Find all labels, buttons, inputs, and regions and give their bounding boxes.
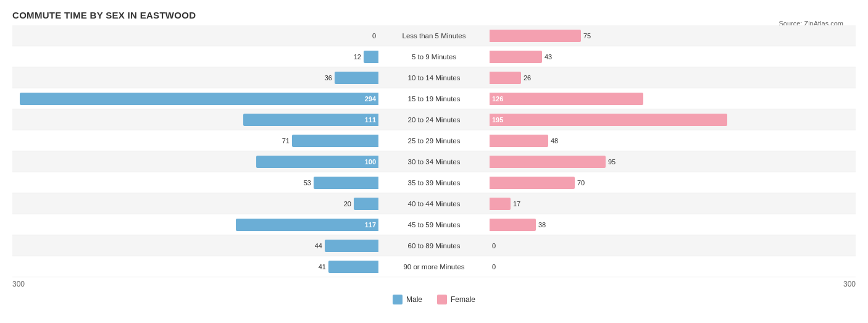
row-label: 5 to 9 Minutes <box>378 53 490 61</box>
chart-row: 53 35 to 39 Minutes 70 <box>12 172 856 193</box>
legend-male-box <box>393 295 403 304</box>
left-side: 41 <box>12 256 378 277</box>
val-female: 0 <box>492 242 496 250</box>
val-female: 95 <box>608 158 616 166</box>
val-male: 117 <box>365 221 376 229</box>
chart-row: 111 20 to 24 Minutes 195 <box>12 109 856 130</box>
bar-container: 41 90 or more Minutes 0 <box>12 256 856 277</box>
val-male: 71 <box>282 137 290 145</box>
bar-container: 100 30 to 34 Minutes 95 <box>12 151 856 172</box>
bar-container: 20 40 to 44 Minutes 17 <box>12 193 856 214</box>
bar-container: 53 35 to 39 Minutes 70 <box>12 172 856 193</box>
val-male: 111 <box>365 116 376 124</box>
bar-container: 117 45 to 59 Minutes 38 <box>12 214 856 235</box>
bar-female <box>490 177 575 189</box>
bar-male <box>354 198 378 210</box>
left-side: 0 <box>12 25 378 46</box>
row-label: 15 to 19 Minutes <box>378 95 490 103</box>
row-label: 35 to 39 Minutes <box>378 179 490 187</box>
legend-female-box <box>437 295 447 304</box>
val-male: 0 <box>372 32 376 40</box>
legend-female: Female <box>437 295 475 304</box>
left-side: 71 <box>12 130 378 151</box>
bar-container: 71 25 to 29 Minutes 48 <box>12 130 856 151</box>
bar-female <box>490 156 606 168</box>
bar-male <box>335 72 378 84</box>
bar-container: 294 15 to 19 Minutes 126 <box>12 88 856 109</box>
chart-row: 41 90 or more Minutes 0 <box>12 256 856 277</box>
left-side: 12 <box>12 46 378 67</box>
val-female: 0 <box>492 263 496 271</box>
chart-row: 0 Less than 5 Minutes 75 <box>12 25 856 46</box>
val-male: 12 <box>354 53 361 61</box>
val-male: 41 <box>319 263 326 271</box>
val-female: 17 <box>513 200 520 208</box>
bar-container: 36 10 to 14 Minutes 26 <box>12 67 856 88</box>
val-male: 294 <box>365 95 376 103</box>
bar-male <box>292 135 378 147</box>
chart-row: 117 45 to 59 Minutes 38 <box>12 214 856 235</box>
bar-male <box>243 114 378 126</box>
right-side: 195 <box>490 109 856 130</box>
axis-right: 300 <box>843 280 856 288</box>
bar-female <box>490 219 536 231</box>
right-side: 95 <box>490 151 856 172</box>
axis-left: 300 <box>12 280 25 288</box>
val-female: 48 <box>551 137 558 145</box>
bar-male <box>236 219 378 231</box>
left-side: 117 <box>12 214 378 235</box>
row-label: 20 to 24 Minutes <box>378 116 490 124</box>
right-side: 43 <box>490 46 856 67</box>
bar-female <box>490 135 548 147</box>
bar-container: 111 20 to 24 Minutes 195 <box>12 109 856 130</box>
val-female: 195 <box>492 116 503 124</box>
row-label: 45 to 59 Minutes <box>378 221 490 229</box>
row-label: 40 to 44 Minutes <box>378 200 490 208</box>
row-label: 60 to 89 Minutes <box>378 242 490 250</box>
right-side: 38 <box>490 214 856 235</box>
right-side: 48 <box>490 130 856 151</box>
bar-male <box>314 177 378 189</box>
legend-female-label: Female <box>451 295 475 304</box>
right-side: 75 <box>490 25 856 46</box>
chart-row: 36 10 to 14 Minutes 26 <box>12 67 856 88</box>
val-male: 20 <box>344 200 351 208</box>
val-female: 126 <box>492 95 503 103</box>
row-label: Less than 5 Minutes <box>378 32 490 40</box>
row-label: 90 or more Minutes <box>378 263 490 271</box>
left-side: 100 <box>12 151 378 172</box>
bar-female <box>490 93 643 105</box>
val-female: 43 <box>545 53 552 61</box>
chart-row: 294 15 to 19 Minutes 126 <box>12 88 856 109</box>
right-side: 0 <box>490 235 856 256</box>
right-side: 70 <box>490 172 856 193</box>
val-female: 75 <box>583 32 591 40</box>
chart-area: 0 Less than 5 Minutes 75 12 5 to 9 Minut… <box>12 25 856 288</box>
bar-male <box>256 156 378 168</box>
bar-female <box>490 51 542 63</box>
chart-row: 100 30 to 34 Minutes 95 <box>12 151 856 172</box>
left-side: 53 <box>12 172 378 193</box>
left-side: 294 <box>12 88 378 109</box>
bar-male <box>364 51 378 63</box>
chart-title: COMMUTE TIME BY SEX IN EASTWOOD <box>12 10 856 20</box>
chart-row: 71 25 to 29 Minutes 48 <box>12 130 856 151</box>
val-female: 26 <box>524 74 531 82</box>
right-side: 17 <box>490 193 856 214</box>
row-label: 10 to 14 Minutes <box>378 74 490 82</box>
val-female: 70 <box>577 179 585 187</box>
bar-male <box>325 240 378 252</box>
axis-labels: 300 300 <box>12 280 856 288</box>
bar-male <box>328 261 378 273</box>
left-side: 20 <box>12 193 378 214</box>
legend-male: Male <box>393 295 422 304</box>
chart-row: 12 5 to 9 Minutes 43 <box>12 46 856 67</box>
legend-male-label: Male <box>406 295 422 304</box>
bar-container: 0 Less than 5 Minutes 75 <box>12 25 856 46</box>
bar-male <box>20 93 378 105</box>
val-male: 100 <box>365 158 376 166</box>
bar-container: 12 5 to 9 Minutes 43 <box>12 46 856 67</box>
left-side: 36 <box>12 67 378 88</box>
left-side: 44 <box>12 235 378 256</box>
bar-female <box>490 30 581 42</box>
